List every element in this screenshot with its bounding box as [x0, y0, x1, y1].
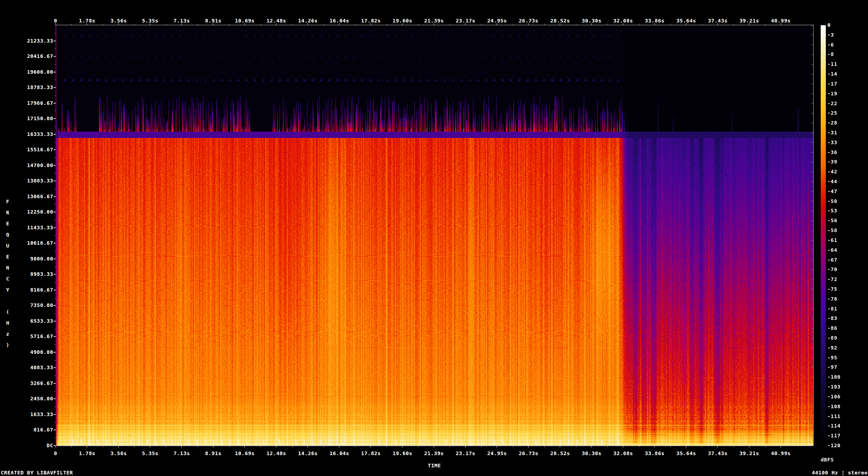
plot-right-tick	[812, 279, 813, 280]
freq-minor-tick	[54, 235, 56, 236]
freq-tick-label: 8166.67	[30, 287, 53, 293]
freq-major-tick	[54, 352, 56, 353]
freq-minor-tick	[54, 173, 56, 173]
plot-right-tick	[812, 152, 813, 152]
time-major-tick	[371, 446, 371, 448]
time-minor-tick	[103, 446, 103, 447]
legend-tick-label: -42	[827, 169, 837, 175]
time-major-tick	[686, 446, 686, 448]
time-tick-label: 0	[54, 18, 57, 24]
time-major-tick	[56, 23, 56, 25]
time-minor-tick	[671, 446, 671, 447]
freq-major-tick	[54, 398, 56, 399]
legend-tick-label: -36	[827, 150, 837, 155]
plot-right-tick	[812, 240, 813, 240]
time-tick-label: 28.52s	[550, 18, 570, 24]
time-tick-label: 40.99s	[771, 451, 791, 456]
freq-major-tick	[54, 274, 56, 275]
freq-minor-tick	[54, 329, 56, 329]
time-major-tick	[434, 446, 434, 448]
plot-right-tick	[812, 446, 813, 446]
time-minor-tick	[292, 24, 292, 25]
time-major-tick	[339, 446, 339, 448]
freq-major-tick	[54, 258, 56, 259]
plot-right-tick	[812, 436, 813, 436]
plot-right-tick	[812, 211, 813, 211]
freq-major-tick	[54, 367, 56, 368]
legend-tick-label: -3	[827, 32, 834, 38]
legend-tick-label: -70	[827, 267, 837, 272]
legend-tick-label: -47	[827, 189, 837, 194]
time-tick-label: 28.52s	[550, 451, 570, 456]
freq-tick-label: 14700.00	[27, 163, 53, 168]
plot-right-tick	[812, 35, 813, 35]
time-axis-top-line	[55, 25, 814, 25]
plot-right-tick	[812, 309, 813, 309]
time-tick-label: 32.08s	[613, 18, 633, 24]
freq-minor-tick	[54, 391, 56, 392]
time-tick-label: 26.73s	[519, 18, 538, 24]
time-minor-tick	[387, 24, 387, 25]
plot-right-tick	[812, 113, 813, 113]
time-minor-tick	[544, 446, 545, 447]
freq-major-tick	[54, 243, 56, 244]
time-tick-label: 7.13s	[173, 18, 190, 24]
time-major-tick	[339, 23, 339, 25]
freq-minor-tick	[54, 95, 56, 96]
freq-major-tick	[54, 430, 56, 430]
legend-tick-label: -114	[827, 423, 840, 429]
time-major-tick	[623, 23, 623, 25]
freq-tick-label: 20416.67	[27, 54, 53, 59]
time-tick-label: 5.35s	[142, 451, 158, 456]
time-tick-label: 37.43s	[708, 451, 728, 456]
freq-major-tick	[54, 290, 56, 290]
freq-minor-tick	[54, 313, 56, 314]
time-major-tick	[717, 23, 718, 25]
time-major-tick	[87, 23, 87, 25]
time-minor-tick	[103, 24, 103, 25]
time-major-tick	[717, 446, 718, 448]
time-tick-label: 21.39s	[424, 451, 444, 456]
freq-tick-label: 8983.33	[30, 271, 53, 277]
time-tick-label: 23.17s	[456, 451, 475, 456]
time-minor-tick	[639, 24, 639, 25]
freq-tick-label: 13883.33	[27, 178, 53, 184]
legend-tick-label: -117	[827, 433, 840, 439]
time-minor-tick	[355, 446, 356, 447]
freq-tick-label: 16333.33	[27, 132, 53, 137]
time-tick-label: 8.91s	[205, 451, 222, 456]
time-tick-label: 14.26s	[298, 18, 318, 24]
legend-tick-label: -33	[827, 140, 837, 145]
freq-major-tick	[54, 118, 56, 119]
time-major-tick	[150, 446, 150, 448]
time-tick-label: 14.26s	[298, 451, 318, 456]
freq-major-tick	[54, 165, 56, 166]
freq-tick-label: 21233.33	[27, 38, 53, 44]
freq-tick-label: 12250.00	[27, 209, 53, 215]
spectrogram-canvas	[56, 25, 813, 446]
plot-right-tick	[812, 201, 813, 201]
legend-tick-label: -106	[827, 394, 840, 400]
legend-title: dBFS	[821, 457, 834, 463]
legend-tick-label: -83	[827, 316, 837, 321]
plot-right-tick	[812, 250, 813, 250]
legend-tick-label: -61	[827, 238, 837, 243]
freq-major-tick	[54, 87, 56, 88]
legend-tick-label: -100	[827, 374, 840, 380]
frequency-axis-title: FREQUENCY (Hz)	[4, 199, 11, 353]
freq-minor-tick	[54, 126, 56, 127]
time-minor-tick	[197, 446, 198, 447]
time-major-tick	[560, 23, 560, 25]
plot-right-tick	[812, 289, 813, 289]
legend-tick-label: -17	[827, 81, 837, 87]
time-major-tick	[528, 446, 529, 448]
time-major-tick	[181, 23, 182, 25]
plot-right-tick	[812, 260, 813, 260]
time-axis-title: TIME	[428, 463, 441, 469]
legend-tick-label: -111	[827, 414, 840, 419]
time-major-tick	[497, 23, 497, 25]
freq-major-tick	[54, 445, 56, 446]
legend-tick-label: -64	[827, 247, 837, 253]
freq-tick-label: 816.67	[34, 427, 53, 433]
freq-major-tick	[54, 336, 56, 337]
